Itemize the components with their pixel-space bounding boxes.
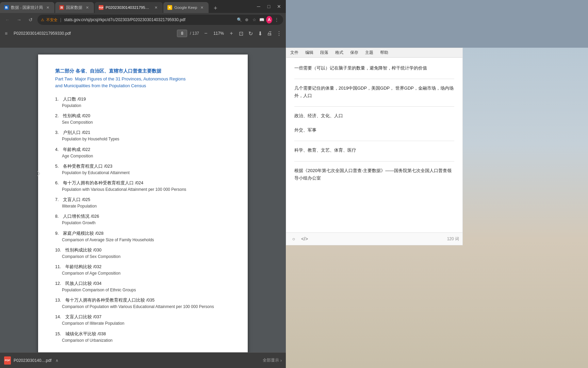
keep-footer: ○ </> 120 词 bbox=[286, 232, 462, 245]
toc-item-8: 8. 人口增长情况 /026 Population Growth bbox=[55, 213, 231, 226]
pdf-page: 第二部分 各省、自治区、直辖市人口普查主要数据 Part Two Major F… bbox=[38, 55, 248, 361]
tab-stats[interactable]: 数 数据 - 国家统计局 ✕ bbox=[0, 2, 54, 13]
tab-pdf[interactable]: PDF P02023030140321795933... ✕ bbox=[95, 2, 163, 13]
toc-item-1: 1. 人口数 /019 Population bbox=[55, 96, 231, 109]
back-button[interactable]: ← bbox=[3, 15, 12, 25]
readinglist-icon[interactable]: 📖 bbox=[259, 17, 265, 23]
sidebar-toggle-arrow[interactable]: ❯ bbox=[37, 170, 41, 176]
toc-main-6: 6. 每十万人拥有的各种受教育程度人口 /024 bbox=[55, 180, 231, 186]
keep-divider-3 bbox=[294, 141, 454, 141]
more-icon[interactable]: ⋮ bbox=[274, 17, 280, 23]
tab-data[interactable]: 国 国家数据 ✕ bbox=[55, 2, 94, 13]
tab-keep[interactable]: K Google Keep ✕ bbox=[163, 2, 209, 13]
keep-menu-save[interactable]: 保存 bbox=[349, 49, 360, 56]
toc-item-9: 9. 家庭户规模比较 /028 Comparison of Average Si… bbox=[55, 230, 231, 243]
keep-bullet-icon[interactable]: ○ bbox=[290, 235, 298, 243]
keep-note-6: 根据《2020年第七次全国人口普查-主要数据》——国务院第七次全国人口普查领导小… bbox=[294, 167, 454, 182]
profile-icon[interactable]: A bbox=[266, 17, 272, 23]
insecure-label: 不安全 bbox=[46, 17, 58, 22]
pdf-page-controls: / 137 − 117% + bbox=[177, 29, 235, 37]
toc-item-10: 10. 性别构成比较 /030 Comparison of Sex Compos… bbox=[55, 247, 231, 260]
page-number-input[interactable] bbox=[177, 30, 187, 37]
search-icon[interactable]: 🔍 bbox=[236, 17, 242, 23]
address-bar[interactable]: ⚠ 不安全 | stats.gov.cn/sj/pcsj/rkpc/d7c/20… bbox=[37, 15, 283, 25]
forward-button[interactable]: → bbox=[14, 15, 24, 25]
toc-sub-15: Comparison of Urbanization bbox=[55, 337, 231, 344]
keep-code-icon[interactable]: </> bbox=[300, 235, 309, 243]
tab-data-close[interactable]: ✕ bbox=[84, 5, 90, 10]
zoom-out-button[interactable]: − bbox=[202, 29, 210, 37]
toc-main-2: 2. 性别构成 /020 bbox=[55, 112, 231, 119]
word-count: 120 词 bbox=[447, 236, 459, 242]
reload-button[interactable]: ↺ bbox=[26, 15, 35, 25]
tab-pdf-close[interactable]: ✕ bbox=[153, 5, 159, 10]
toc-main-14: 14. 文盲人口比较 /037 bbox=[55, 313, 231, 320]
bookmark-icon[interactable]: ☆ bbox=[251, 17, 257, 23]
share-icon[interactable]: ⊕ bbox=[244, 17, 250, 23]
toc-main-11: 11. 年龄结构比较 /032 bbox=[55, 263, 231, 270]
toc-item-3: 3. 户别人口 /021 Population by Household Typ… bbox=[55, 129, 231, 142]
toc-item-15: 15. 城镇化水平比较 /038 Comparison of Urbanizat… bbox=[55, 331, 231, 344]
insecure-icon: ⚠ bbox=[41, 18, 44, 22]
zoom-in-button[interactable]: + bbox=[227, 29, 235, 37]
toc-sub-3: Population by Household Types bbox=[55, 136, 231, 142]
close-button[interactable]: ✕ bbox=[274, 2, 284, 11]
download-filename: P02023030140....pdf bbox=[14, 358, 51, 363]
new-tab-button[interactable]: + bbox=[211, 3, 220, 13]
print-button[interactable]: 🖨 bbox=[265, 29, 274, 37]
toc-item-5: 5. 各种受教育程度人口 /023 Population by Educatio… bbox=[55, 163, 231, 176]
toc-main-3: 3. 户别人口 /021 bbox=[55, 129, 231, 136]
toc-sub-7: Illiterate Population bbox=[55, 203, 231, 210]
address-bar-row: ← → ↺ ⚠ 不安全 | stats.gov.cn/sj/pcsj/rkpc/… bbox=[0, 13, 286, 27]
keep-content: 一些需要（可以）记在脑子里的数量，避免降智，榨干统计学的价值 几个需要记住的体量… bbox=[286, 58, 462, 196]
keep-note-5: 科学、教育、文艺、体育、医疗 bbox=[294, 147, 454, 154]
pdf-toolbar-right: ⊡ ↻ ⬇ 🖨 ⋮ bbox=[237, 29, 283, 37]
maximize-button[interactable]: □ bbox=[264, 2, 274, 11]
keep-menu-edit[interactable]: 编辑 bbox=[304, 49, 315, 56]
stats-favicon: 数 bbox=[4, 5, 9, 10]
fit-page-button[interactable]: ⊡ bbox=[237, 29, 245, 37]
keep-panel: 文件 编辑 段落 格式 保存 主题 帮助 一些需要（可以）记在脑子里的数量，避免… bbox=[286, 48, 463, 245]
toc-sub-4: Age Composition bbox=[55, 153, 231, 159]
toc-sub-6: Population with Various Educational Atta… bbox=[55, 186, 231, 193]
keep-menu-para[interactable]: 段落 bbox=[319, 49, 330, 56]
keep-divider-4 bbox=[294, 161, 454, 162]
toc-main-5: 5. 各种受教育程度人口 /023 bbox=[55, 163, 231, 170]
page-total: / 137 bbox=[190, 31, 199, 36]
toc-main-8: 8. 人口增长情况 /026 bbox=[55, 213, 231, 220]
toc-sub-11: Comparison of Age Composition bbox=[55, 270, 231, 277]
tab-keep-label: Google Keep bbox=[174, 5, 197, 10]
toc-item-7: 7. 文盲人口 /025 Illiterate Population bbox=[55, 196, 231, 210]
keep-menu-bar: 文件 编辑 段落 格式 保存 主题 帮助 bbox=[286, 48, 462, 58]
keep-note-2: 几个需要记住的体量，2019中国GDP，美国GDP， 世界GDP，金融市场，场内… bbox=[294, 85, 454, 99]
toc-sub-2: Sex Composition bbox=[55, 119, 231, 126]
toc-item-4: 4. 年龄构成 /022 Age Composition bbox=[55, 146, 231, 159]
keep-note-3: 政治、经济、文化、人口 bbox=[294, 112, 454, 120]
download-file-icon: PDF bbox=[4, 356, 11, 365]
toc-item-14: 14. 文盲人口比较 /037 Comparison of Illiterate… bbox=[55, 313, 231, 327]
rotate-button[interactable]: ↻ bbox=[246, 29, 255, 37]
keep-favicon: K bbox=[167, 5, 172, 10]
toc-item-13: 13. 每十万人拥有的各种受教育程度人口比较 /035 Comparison o… bbox=[55, 297, 231, 310]
browser-chrome: 数 数据 - 国家统计局 ✕ 国 国家数据 ✕ PDF P02023030140… bbox=[0, 0, 286, 48]
keep-menu-format[interactable]: 格式 bbox=[334, 49, 345, 56]
toc-sub-8: Population Growth bbox=[55, 220, 231, 226]
show-all-label: 全部显示 bbox=[263, 357, 279, 363]
keep-menu-file[interactable]: 文件 bbox=[289, 49, 300, 56]
keep-menu-theme[interactable]: 主题 bbox=[364, 49, 375, 56]
toc-item-11: 11. 年龄结构比较 /032 Comparison of Age Compos… bbox=[55, 263, 231, 277]
toc-main-4: 4. 年龄构成 /022 bbox=[55, 146, 231, 153]
toc-main-10: 10. 性别构成比较 /030 bbox=[55, 247, 231, 254]
minimize-button[interactable]: ─ bbox=[254, 2, 263, 11]
pdf-menu-button[interactable]: ≡ bbox=[3, 30, 10, 37]
tab-stats-label: 数据 - 国家统计局 bbox=[11, 5, 43, 10]
tab-keep-close[interactable]: ✕ bbox=[199, 5, 205, 10]
pdf-more-button[interactable]: ⋮ bbox=[275, 29, 283, 37]
toc-main-9: 9. 家庭户规模比较 /028 bbox=[55, 230, 231, 237]
tab-stats-close[interactable]: ✕ bbox=[45, 5, 50, 10]
window-controls: ─ □ ✕ bbox=[254, 2, 286, 11]
show-all-button[interactable]: 全部显示 › bbox=[263, 357, 282, 363]
download-button[interactable]: ⬇ bbox=[256, 29, 264, 37]
keep-menu-help[interactable]: 帮助 bbox=[379, 49, 390, 56]
download-chevron-icon[interactable]: ∧ bbox=[55, 358, 59, 363]
